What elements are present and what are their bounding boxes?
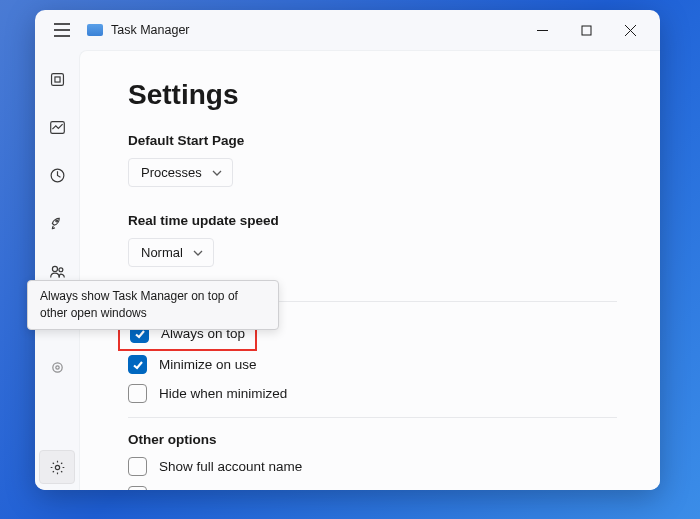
task-manager-window: Task Manager Settings Default Start Page… <box>35 10 660 490</box>
update-speed-dropdown[interactable]: Normal <box>128 238 214 267</box>
default-start-label: Default Start Page <box>128 133 660 148</box>
svg-point-11 <box>55 220 57 222</box>
settings-icon[interactable] <box>39 450 75 484</box>
chevron-down-icon <box>212 168 222 178</box>
maximize-button[interactable] <box>564 14 608 46</box>
menu-button[interactable] <box>43 12 81 48</box>
sidebar <box>35 50 79 490</box>
svg-rect-4 <box>582 26 591 35</box>
page-title: Settings <box>128 79 660 111</box>
default-start-value: Processes <box>141 165 202 180</box>
default-start-dropdown[interactable]: Processes <box>128 158 233 187</box>
svg-point-21 <box>55 365 58 368</box>
processes-icon[interactable] <box>39 62 75 96</box>
performance-icon[interactable] <box>39 110 75 144</box>
chevron-down-icon <box>193 248 203 258</box>
history-icon[interactable] <box>39 158 75 192</box>
show-full-account-checkbox[interactable] <box>128 457 147 476</box>
update-speed-value: Normal <box>141 245 183 260</box>
svg-rect-8 <box>54 76 59 81</box>
window-title: Task Manager <box>111 23 190 37</box>
update-speed-label: Real time update speed <box>128 213 660 228</box>
minimize-on-use-checkbox[interactable] <box>128 355 147 374</box>
minimize-on-use-row: Minimize on use <box>128 355 660 374</box>
hide-when-minimized-label: Hide when minimized <box>159 386 287 401</box>
show-full-account-row: Show full account name <box>128 457 660 476</box>
hide-when-minimized-checkbox[interactable] <box>128 384 147 403</box>
other-options-label: Other options <box>128 432 660 447</box>
show-full-account-label: Show full account name <box>159 459 302 474</box>
services-icon[interactable] <box>39 350 75 384</box>
settings-content: Settings Default Start Page Processes Re… <box>79 50 660 490</box>
svg-point-22 <box>55 465 59 469</box>
close-button[interactable] <box>608 14 652 46</box>
window-body: Settings Default Start Page Processes Re… <box>35 50 660 490</box>
titlebar: Task Manager <box>35 10 660 50</box>
show-history-label: Show history for all processes <box>159 488 338 490</box>
minimize-button[interactable] <box>520 14 564 46</box>
startup-icon[interactable] <box>39 206 75 240</box>
tooltip: Always show Task Manager on top of other… <box>27 280 279 330</box>
svg-point-13 <box>58 267 62 271</box>
divider <box>128 417 617 418</box>
hide-when-minimized-row: Hide when minimized <box>128 384 660 403</box>
window-controls <box>520 14 652 46</box>
svg-rect-7 <box>51 73 63 85</box>
show-history-row: Show history for all processes <box>128 486 660 490</box>
show-history-checkbox[interactable] <box>128 486 147 490</box>
svg-point-20 <box>52 362 61 371</box>
app-icon <box>87 24 103 36</box>
minimize-on-use-label: Minimize on use <box>159 357 257 372</box>
svg-point-12 <box>52 266 57 271</box>
